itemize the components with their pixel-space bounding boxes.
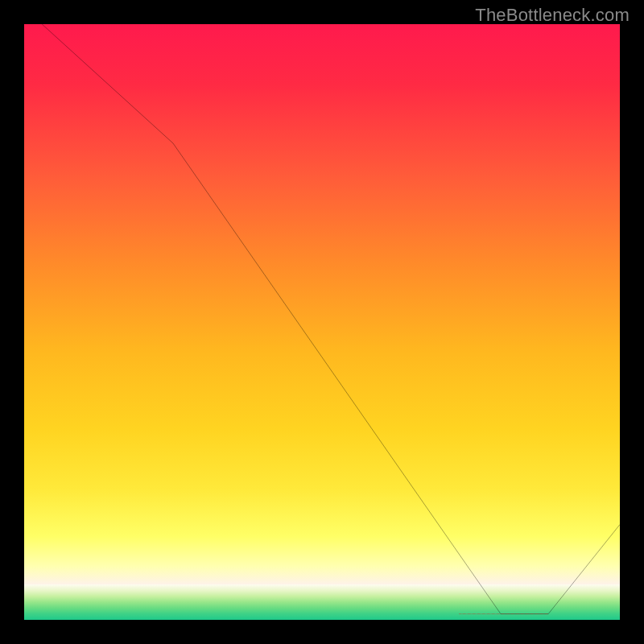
chart-frame: TheBottleneck.com [0,0,644,644]
bottleneck-curve [42,24,620,614]
watermark-text: TheBottleneck.com [475,5,630,26]
plot-area [24,24,620,620]
curve-layer [24,24,620,620]
